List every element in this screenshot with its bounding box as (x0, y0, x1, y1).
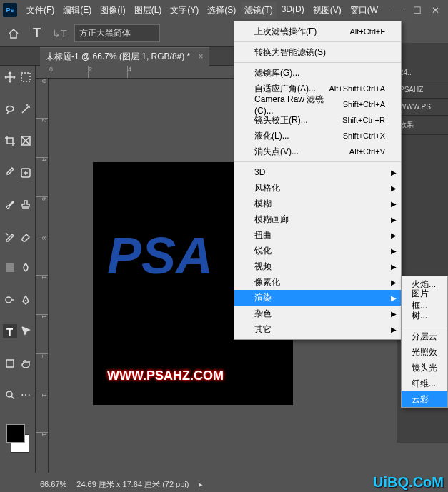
svg-rect-0 (21, 73, 30, 81)
menu-blur[interactable]: 模糊▶ (234, 196, 401, 211)
minimize-icon[interactable]: — (394, 5, 403, 16)
menu-video[interactable]: 视频▶ (234, 258, 401, 274)
chevron-right-icon: ▶ (391, 231, 397, 239)
submenu-tree[interactable]: 树... (402, 308, 447, 323)
maximize-icon[interactable]: ☐ (413, 5, 422, 16)
menu-window[interactable]: 窗口(W (347, 2, 382, 19)
menu-layer[interactable]: 图层(L) (131, 2, 166, 19)
menu-sharpen[interactable]: 锐化▶ (234, 243, 401, 258)
text-tool[interactable]: T (3, 324, 17, 338)
chevron-right-icon: ▶ (391, 216, 397, 224)
document-tab-label: 未标题-1 @ 66.7% (图层 1, RGB/8#) * (46, 51, 190, 61)
document-dimensions: 24.69 厘米 x 17.64 厘米 (72 ppi) (76, 479, 189, 490)
menu-other[interactable]: 其它▶ (234, 321, 401, 337)
stamp-tool[interactable] (19, 197, 33, 211)
lasso-tool[interactable] (3, 102, 17, 116)
menu-file[interactable]: 文件(F) (23, 2, 58, 19)
font-family-select[interactable]: 方正大黑简体 (74, 24, 160, 42)
zoom-level[interactable]: 66.67% (40, 480, 66, 488)
close-icon[interactable]: ✕ (432, 5, 439, 16)
menu-image[interactable]: 图像(I) (96, 2, 129, 19)
chevron-right-icon: ▶ (391, 200, 397, 208)
orientation-toggle-icon[interactable]: ↳T̲ (52, 28, 67, 39)
ruler-vertical: 0246811111 (36, 79, 49, 473)
submenu-lighting[interactable]: 光照效 (402, 344, 447, 360)
app-logo: Ps (3, 3, 17, 17)
canvas-big-text: PSA (107, 226, 213, 285)
wand-tool[interactable] (19, 102, 33, 116)
menu-distort[interactable]: 扭曲▶ (234, 227, 401, 243)
filter-menu: 上次滤镜操作(F)Alt+Ctrl+F 转换为智能滤镜(S) 滤镜库(G)...… (234, 21, 402, 340)
dodge-tool[interactable] (3, 293, 17, 307)
home-icon[interactable] (6, 26, 21, 41)
chevron-right-icon: ▶ (391, 326, 397, 333)
menu-lens-correction[interactable]: 镜头校正(R)...Shift+Ctrl+R (234, 112, 401, 128)
chevron-right-icon: ▶ (391, 278, 397, 286)
gradient-tool[interactable] (3, 261, 17, 275)
svg-rect-5 (6, 360, 14, 367)
path-select-tool[interactable] (19, 324, 33, 338)
submenu-clouds[interactable]: 云彩 (402, 391, 447, 407)
zoom-tool[interactable] (3, 388, 17, 402)
color-swatches[interactable] (4, 424, 32, 453)
statusbar-chevron-icon[interactable]: ▸ (199, 480, 203, 489)
menu-3d[interactable]: 3D(D) (278, 2, 308, 19)
eraser-tool[interactable] (19, 229, 33, 244)
menu-liquify[interactable]: 液化(L)...Shift+Ctrl+X (234, 128, 401, 144)
menu-vanishing-point[interactable]: 消失点(V)...Alt+Ctrl+V (234, 144, 401, 159)
panel-row-2[interactable]: PSAHZ (397, 81, 448, 99)
menu-pixelate[interactable]: 像素化▶ (234, 274, 401, 290)
submenu-separator (402, 326, 447, 326)
tool-panel: T ⋯ (0, 66, 36, 473)
panel-row-4[interactable]: 效果 (397, 116, 448, 135)
marquee-tool[interactable] (19, 70, 33, 84)
crop-tool[interactable] (3, 134, 17, 148)
eyedropper-tool[interactable] (3, 166, 17, 180)
menu-filter[interactable]: 滤镜(T) (241, 2, 276, 19)
menu-noise[interactable]: 杂色▶ (234, 306, 401, 321)
menu-convert-smart[interactable]: 转换为智能滤镜(S) (234, 44, 401, 60)
canvas-url-text: WWW.PSAHZ.COM (107, 368, 224, 383)
menu-select[interactable]: 选择(S) (204, 2, 239, 19)
panel-row-3[interactable]: WWW.PS (397, 99, 448, 116)
document-tab[interactable]: 未标题-1 @ 66.7% (图层 1, RGB/8#) * × (40, 47, 209, 66)
shape-tool[interactable] (3, 356, 17, 371)
menu-filter-gallery[interactable]: 滤镜库(G)... (234, 65, 401, 81)
pen-tool[interactable] (19, 293, 33, 307)
submenu-diff-clouds[interactable]: 分层云 (402, 328, 447, 344)
edit-toolbar-icon[interactable]: ⋯ (19, 388, 33, 402)
healing-tool[interactable] (19, 166, 33, 180)
menubar: 文件(F) 编辑(E) 图像(I) 图层(L) 文字(Y) 选择(S) 滤镜(T… (23, 2, 394, 19)
watermark: UiBQ.CoM (373, 474, 444, 491)
history-brush-tool[interactable] (3, 229, 17, 244)
chevron-right-icon: ▶ (391, 184, 397, 192)
panel-row-1[interactable]: 24.. (397, 64, 448, 81)
menu-stylize[interactable]: 风格化▶ (234, 180, 401, 196)
submenu-picture-frame[interactable]: 图片框... (402, 292, 447, 308)
menu-camera-raw[interactable]: Camera Raw 滤镜(C)...Shift+Ctrl+A (234, 96, 401, 112)
submenu-lens-flare[interactable]: 镜头光 (402, 360, 447, 376)
menu-last-filter[interactable]: 上次滤镜操作(F)Alt+Ctrl+F (234, 24, 401, 39)
render-submenu: 火焰... 图片框... 树... 分层云 光照效 镜头光 纤维... 云彩 (401, 276, 448, 408)
frame-tool[interactable] (19, 134, 33, 148)
status-bar: 66.67% 24.69 厘米 x 17.64 厘米 (72 ppi) ▸ (36, 476, 203, 492)
submenu-fibers[interactable]: 纤维... (402, 376, 447, 391)
brush-tool[interactable] (3, 197, 17, 211)
blur-tool[interactable] (19, 261, 33, 275)
menu-render[interactable]: 渲染▶ (234, 290, 401, 306)
move-tool[interactable] (3, 70, 17, 84)
menu-type[interactable]: 文字(Y) (166, 2, 202, 19)
chevron-right-icon: ▶ (391, 263, 397, 271)
menu-3d[interactable]: 3D▶ (234, 164, 401, 180)
svg-point-6 (6, 391, 12, 397)
svg-rect-3 (6, 263, 14, 272)
menu-view[interactable]: 视图(V) (309, 2, 345, 19)
hand-tool[interactable] (19, 356, 33, 371)
text-tool-indicator: T (29, 24, 45, 42)
menu-blur-gallery[interactable]: 模糊画廊▶ (234, 211, 401, 227)
chevron-right-icon: ▶ (391, 247, 397, 255)
svg-point-4 (6, 297, 11, 303)
foreground-color-swatch[interactable] (6, 424, 25, 443)
tab-close-icon[interactable]: × (199, 51, 204, 61)
menu-edit[interactable]: 编辑(E) (59, 2, 95, 19)
